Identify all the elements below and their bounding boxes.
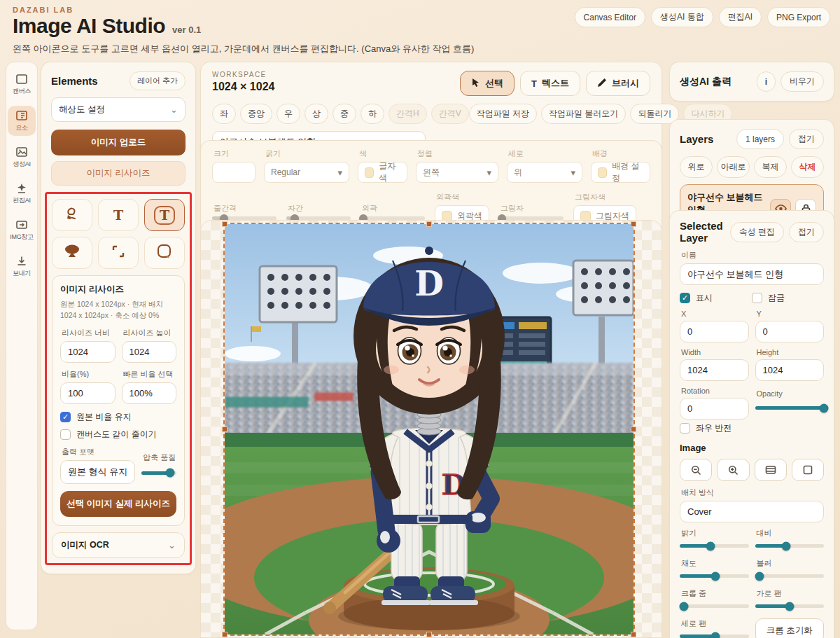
bg-color-button[interactable]: 배경 설정 xyxy=(591,162,650,183)
crop-tool-button[interactable] xyxy=(98,237,139,269)
layer-up-button[interactable]: 위로 xyxy=(680,156,713,178)
info-button[interactable]: i xyxy=(757,71,776,92)
align-left-button[interactable]: 좌 xyxy=(212,104,236,124)
canvas-editor-button[interactable]: Canvas Editor xyxy=(575,7,645,27)
quality-slider[interactable] xyxy=(141,471,176,475)
text-color-button[interactable]: 글자색 xyxy=(358,162,407,183)
zoom-out-button[interactable] xyxy=(680,459,712,481)
resize-handle-t[interactable] xyxy=(426,221,432,227)
brush-tool-button[interactable]: 브러시 xyxy=(586,71,650,96)
opacity-slider[interactable] xyxy=(755,406,825,410)
fit-vertical-button[interactable] xyxy=(792,459,824,481)
font-size-input[interactable] xyxy=(212,162,255,183)
text-tool-button[interactable]: T xyxy=(98,199,139,231)
apply-resize-button[interactable]: 선택 이미지 실제 리사이즈 xyxy=(60,491,176,517)
align-middle-button[interactable]: 중 xyxy=(332,104,356,124)
blur-slider[interactable] xyxy=(755,574,825,578)
layers-collapse-button[interactable]: 접기 xyxy=(789,129,824,149)
marker-tool-button[interactable] xyxy=(52,199,92,231)
text-box-tool-button[interactable]: T xyxy=(144,199,185,231)
align-right-button[interactable]: 우 xyxy=(276,104,300,124)
layer-down-button[interactable]: 아래로 xyxy=(717,156,750,178)
shrink-canvas-checkbox[interactable]: 캔버스도 같이 줄이기 xyxy=(60,429,176,441)
layer-delete-button[interactable]: 삭제 xyxy=(791,156,824,178)
fit-mode-select[interactable]: Cover xyxy=(680,501,824,522)
lock-checkbox[interactable]: 잠금 xyxy=(752,292,824,304)
crop-zoom-slider[interactable] xyxy=(680,604,749,608)
element-tool-grid: T T xyxy=(52,199,185,269)
width-input[interactable] xyxy=(680,359,749,381)
output-format-select[interactable]: 원본 형식 유지 xyxy=(60,460,135,484)
flip-checkbox[interactable]: 좌우 반전 xyxy=(680,422,824,434)
vertical-label: 세로 xyxy=(508,148,582,159)
fit-mode-label: 배치 방식 xyxy=(681,487,824,498)
resize-handle-tr[interactable] xyxy=(631,221,636,227)
resize-handle-bl[interactable] xyxy=(222,632,227,637)
resize-handle-r[interactable] xyxy=(631,427,636,432)
crop-reset-button[interactable]: 크롭 초기화 xyxy=(755,618,825,638)
pan-x-slider[interactable] xyxy=(755,604,825,608)
distribute-h-button[interactable]: 간격H xyxy=(388,104,427,124)
pan-y-slider[interactable] xyxy=(680,634,749,638)
visible-checkbox[interactable]: ✓ 표시 xyxy=(680,292,752,304)
canvas-area[interactable]: D xyxy=(200,220,662,638)
resize-handle-br[interactable] xyxy=(631,632,636,637)
layer-name-input[interactable] xyxy=(680,263,824,285)
layer-duplicate-button[interactable]: 복제 xyxy=(754,156,787,178)
output-format-label: 출력 포맷 xyxy=(62,447,135,457)
clear-button[interactable]: 비우기 xyxy=(780,71,824,92)
keep-ratio-checkbox[interactable]: ✓ 원본 비율 유지 xyxy=(60,411,176,423)
saturation-label: 채도 xyxy=(681,558,749,569)
saturation-slider[interactable] xyxy=(680,574,749,578)
load-project-button[interactable]: 작업파일 불러오기 xyxy=(541,104,626,124)
letter-spacing-label: 자간 xyxy=(288,203,351,214)
edit-props-button[interactable]: 속성 편집 xyxy=(730,222,784,242)
align-bottom-button[interactable]: 하 xyxy=(360,104,384,124)
rail-item-export[interactable]: 보내기 xyxy=(8,251,36,282)
align-center-button[interactable]: 중앙 xyxy=(240,104,272,124)
x-input[interactable] xyxy=(680,321,749,342)
rail-item-canvas[interactable]: 캔버스 xyxy=(8,69,36,99)
rail-item-edit-ai[interactable]: 편집AI xyxy=(8,179,36,209)
pan-y-label: 세로 팬 xyxy=(681,618,749,629)
edit-ai-button[interactable]: 편집AI xyxy=(719,7,762,27)
font-weight-select[interactable]: Regular▾ xyxy=(264,162,349,183)
image-ocr-toggle[interactable]: 이미지 OCR ⌄ xyxy=(52,532,185,558)
text-align-select[interactable]: 왼쪽▾ xyxy=(416,162,498,183)
selected-image-layer[interactable]: D xyxy=(225,224,634,634)
brightness-slider[interactable] xyxy=(680,544,749,548)
image-upload-button[interactable]: 이미지 업로드 xyxy=(51,130,186,155)
image-resize-button[interactable]: 이미지 리사이즈 xyxy=(51,161,186,186)
zoom-in-button[interactable] xyxy=(717,459,749,481)
height-label: Height xyxy=(757,348,825,356)
align-top-button[interactable]: 상 xyxy=(304,104,328,124)
resize-handle-tl[interactable] xyxy=(222,221,227,227)
resize-handle-l[interactable] xyxy=(222,427,227,432)
shape-tool-button[interactable] xyxy=(52,237,92,269)
brush-icon xyxy=(597,78,607,90)
text-tool-button[interactable]: T 텍스트 xyxy=(520,71,580,96)
contrast-slider[interactable] xyxy=(755,544,825,548)
add-layer-button[interactable]: 레이어 추가 xyxy=(130,71,186,90)
rail-item-img-storage[interactable]: IMG창고 xyxy=(8,215,36,245)
resize-handle-b[interactable] xyxy=(426,632,432,637)
png-export-button[interactable]: PNG Export xyxy=(767,7,830,27)
fit-horizontal-button[interactable] xyxy=(755,459,787,481)
distribute-v-button[interactable]: 간격V xyxy=(431,104,469,124)
select-tool-button[interactable]: 선택 xyxy=(460,71,514,96)
rail-item-gen-ai[interactable]: 생성AI xyxy=(8,142,36,172)
resolution-select[interactable]: 해상도 설정 ⌄ xyxy=(51,97,186,122)
rail-item-elements[interactable]: 요소 xyxy=(8,106,36,136)
selected-collapse-button[interactable]: 접기 xyxy=(789,222,824,242)
save-project-button[interactable]: 작업파일 저장 xyxy=(469,104,537,124)
y-input[interactable] xyxy=(755,321,825,342)
gen-ai-button[interactable]: 생성AI 통합 xyxy=(651,7,713,27)
ratio-input[interactable] xyxy=(60,382,115,404)
resize-width-input[interactable] xyxy=(60,341,115,363)
quick-ratio-select[interactable]: 100% xyxy=(122,382,177,404)
rounded-rect-tool-button[interactable] xyxy=(144,237,185,269)
vertical-align-select[interactable]: 위▾ xyxy=(507,162,582,183)
height-input[interactable] xyxy=(755,359,825,381)
rotation-input[interactable] xyxy=(680,398,749,419)
resize-height-input[interactable] xyxy=(122,341,177,363)
